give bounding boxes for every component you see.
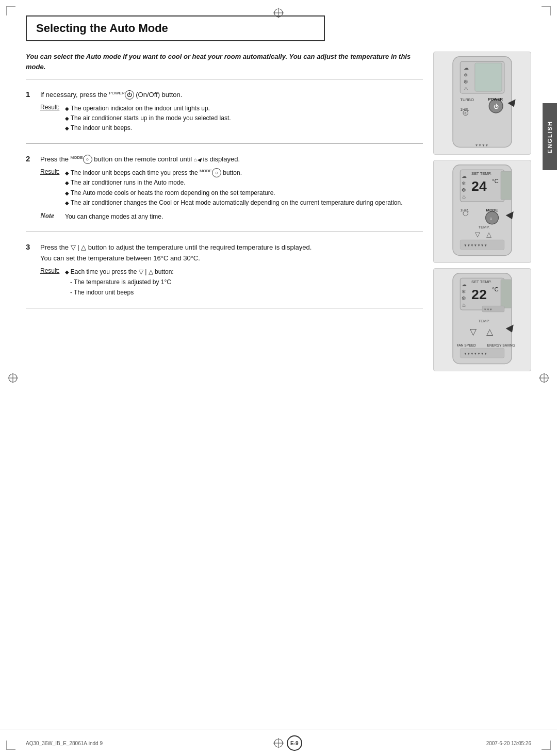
remote-svg-2: SET TEMP. 24 °C ☁ ❄ ❆ ♨ 1HR.: [441, 162, 523, 260]
svg-text:♨: ♨: [462, 194, 466, 200]
right-column: ☁ ❄ ❆ ♨ TURBO ⏻ POWER: [433, 52, 536, 714]
step-3-number: 3: [26, 242, 35, 251]
step-1-section: 1 If necessary, press the POWER⏻ (On/Off…: [26, 85, 423, 138]
page-title: Selecting the Auto Mode: [36, 22, 315, 35]
svg-text:▼▼▼: ▼▼▼: [484, 308, 493, 311]
step-2-result-item-4: The air conditioner changes the Cool or …: [65, 198, 403, 208]
step-3-section: 3 Press the ▽ | △ button to adjust the t…: [26, 237, 423, 303]
svg-text:TURBO: TURBO: [460, 97, 474, 102]
step-1-text: If necessary, press the POWER⏻ (On/Off) …: [40, 91, 182, 98]
remote-image-2: SET TEMP. 24 °C ☁ ❄ ❆ ♨ 1HR.: [433, 160, 531, 263]
svg-text:▽: ▽: [470, 327, 477, 337]
page-badge: E-9: [287, 735, 302, 751]
side-tab-english: ENGLISH: [543, 103, 557, 170]
svg-text:▼▼▼▼▼▼▼: ▼▼▼▼▼▼▼: [464, 243, 487, 247]
step-1-number: 1: [26, 90, 35, 98]
reg-mark-top: [273, 7, 284, 19]
step-3-result-items: Each time you press the ▽ | △ button: - …: [65, 267, 174, 298]
step-3-row: 3 Press the ▽ | △ button to adjust the t…: [26, 242, 423, 264]
svg-text:SET TEMP.: SET TEMP.: [471, 171, 492, 176]
step-1-result-item-2: The air conditioner starts up in the mod…: [65, 113, 231, 123]
step-1-result: Result: The operation indicator on the i…: [40, 104, 423, 134]
corner-mark-br: [542, 741, 551, 750]
remote-image-3: SET TEMP. 22 °C ☁ ❄ ❆ ♨ ▼▼▼: [433, 268, 531, 371]
svg-text:❄: ❄: [464, 72, 468, 78]
step-2-content: Press the MODE○ button on the remote con…: [40, 154, 423, 165]
svg-text:❆: ❆: [462, 187, 466, 193]
footer-left: AQ30_36W_IB_E_28061A.indd 9: [26, 741, 103, 746]
step-3-subtext: You can set the temperature between 16°C…: [40, 254, 200, 262]
step-3-result-label: Result:: [40, 267, 62, 274]
remote-image-1: ☁ ❄ ❆ ♨ TURBO ⏻ POWER: [433, 52, 531, 155]
svg-text:❆: ❆: [462, 295, 466, 301]
mode-icon: ○: [83, 155, 92, 164]
step-2-result: Result: The indoor unit beeps each time …: [40, 168, 423, 208]
step-1-result-label: Result:: [40, 104, 62, 111]
step-1-row: 1 If necessary, press the POWER⏻ (On/Off…: [26, 90, 423, 101]
svg-text:△: △: [486, 327, 494, 337]
step-1-result-item-1: The operation indicator on the indoor un…: [65, 104, 231, 113]
divider-2: [26, 232, 423, 232]
step-2-result-label: Result:: [40, 168, 62, 175]
svg-rect-37: [501, 171, 512, 200]
divider-0: [26, 79, 423, 79]
corner-mark-tl: [6, 6, 15, 15]
step-2-row: 2 Press the MODE○ button on the remote c…: [26, 154, 423, 165]
step-1-result-items: The operation indicator on the indoor un…: [65, 104, 231, 134]
svg-text:POWER: POWER: [488, 97, 503, 102]
svg-text:❄: ❄: [462, 180, 466, 186]
step-2-section: 2 Press the MODE○ button on the remote c…: [26, 149, 423, 226]
content-area: Selecting the Auto Mode You can select t…: [26, 15, 536, 714]
remote-svg-3: SET TEMP. 22 °C ☁ ❄ ❆ ♨ ▼▼▼: [441, 271, 523, 369]
svg-text:22: 22: [471, 287, 487, 302]
svg-text:♨: ♨: [462, 302, 466, 308]
svg-text:TEMP.: TEMP.: [478, 225, 489, 229]
svg-text:⏻: ⏻: [494, 104, 499, 109]
svg-text:TEMP.: TEMP.: [478, 319, 489, 323]
step-3-text: Press the ▽ | △ button to adjust the tem…: [40, 243, 312, 251]
remote-svg-1: ☁ ❄ ❆ ♨ TURBO ⏻ POWER: [441, 54, 523, 152]
main-layout: You can select the Auto mode if you want…: [26, 52, 536, 714]
step-3-result-item-1: Each time you press the ▽ | △ button:: [65, 267, 174, 277]
power-icon: ⏻: [125, 90, 134, 100]
step-2-text: Press the MODE○ button on the remote con…: [40, 155, 240, 163]
svg-rect-58: [501, 280, 512, 308]
step-3-sub-result-2: - The indoor unit beeps: [65, 287, 174, 298]
note-text: You can change modes at any time.: [65, 212, 163, 221]
svg-text:1HR.: 1HR.: [460, 208, 469, 212]
corner-mark-tr: [542, 6, 551, 15]
note-label: Note: [40, 212, 61, 220]
step-2-result-items: The indoor unit beeps each time you pres…: [65, 168, 403, 208]
svg-text:▼▼▼▼▼▼▼: ▼▼▼▼▼▼▼: [464, 352, 487, 355]
svg-text:°C: °C: [492, 286, 499, 292]
page-number: E-9: [290, 741, 299, 746]
reg-mark-left: [7, 372, 19, 384]
svg-text:☁: ☁: [462, 173, 467, 179]
svg-text:☁: ☁: [462, 282, 467, 287]
svg-text:▽: ▽: [475, 231, 480, 238]
step-2-result-item-2: The air conditioner runs in the Auto mod…: [65, 178, 403, 188]
svg-text:♨: ♨: [464, 86, 468, 91]
svg-text:△: △: [486, 231, 492, 238]
svg-text:☁: ☁: [464, 65, 469, 71]
svg-text:❆: ❆: [464, 79, 468, 85]
svg-rect-18: [475, 63, 502, 91]
left-column: You can select the Auto mode if you want…: [26, 52, 423, 714]
svg-text:SET TEMP.: SET TEMP.: [471, 280, 492, 284]
page: ENGLISH Selecting the Auto Mode You can …: [0, 0, 557, 756]
step-1-content: If necessary, press the POWER⏻ (On/Off) …: [40, 90, 423, 101]
title-box: Selecting the Auto Mode: [26, 15, 325, 41]
corner-mark-bl: [6, 741, 15, 750]
step-3-sub-result-1: - The temperature is adjusted by 1°C: [65, 277, 174, 287]
footer-right: 2007-6-20 13:05:26: [486, 741, 531, 746]
step-1-result-item-3: The indoor unit beeps.: [65, 123, 231, 133]
svg-text:FAN SPEED: FAN SPEED: [457, 343, 476, 347]
step-3-result: Result: Each time you press the ▽ | △ bu…: [40, 267, 423, 298]
reg-mark-right: [538, 372, 550, 384]
svg-text:▼▼▼▼: ▼▼▼▼: [475, 143, 488, 147]
step-2-result-item-1: The indoor unit beeps each time you pres…: [65, 168, 403, 178]
step-2-note: Note You can change modes at any time.: [40, 212, 423, 221]
svg-text:①: ①: [464, 111, 467, 115]
svg-text:24: 24: [471, 178, 487, 194]
intro-text: You can select the Auto mode if you want…: [26, 52, 423, 72]
